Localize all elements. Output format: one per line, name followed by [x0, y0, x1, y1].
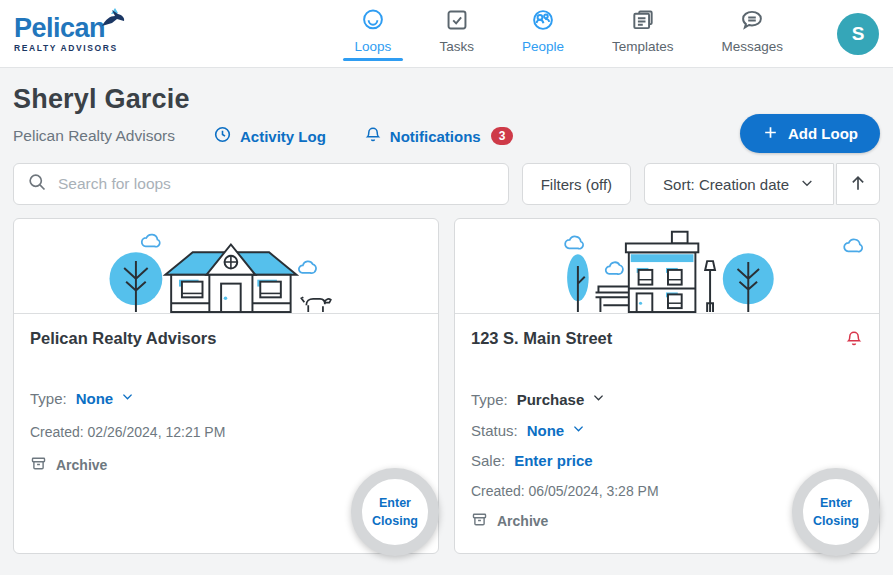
nav-label: Tasks: [439, 39, 474, 54]
nav-tab-tasks[interactable]: Tasks: [439, 7, 474, 61]
page-header: Sheryl Garcie Pelican Realty Advisors Ac…: [13, 84, 880, 147]
search-icon: [27, 172, 47, 196]
type-label: Type:: [30, 390, 67, 407]
archive-icon: [471, 511, 488, 531]
street-building-illustration: [455, 219, 879, 314]
loop-card-pelican-realty[interactable]: Pelican Realty Advisors Type: None Creat…: [13, 218, 439, 554]
nav-tab-templates[interactable]: Templates: [612, 7, 674, 61]
type-label: Type:: [471, 391, 508, 408]
company-subtitle: Pelican Realty Advisors: [13, 127, 175, 145]
enter-closing-button[interactable]: Enter Closing: [351, 468, 439, 556]
bell-icon: [364, 125, 382, 147]
notifications-count-badge: 3: [491, 127, 514, 145]
tasks-icon: [444, 7, 470, 36]
loops-toolbar: Filters (off) Sort: Creation date: [13, 163, 880, 205]
chevron-down-icon: [591, 390, 606, 408]
created-date: Created: 02/26/2024, 12:21 PM: [30, 424, 422, 440]
status-label: Status:: [471, 422, 518, 439]
chevron-down-icon: [120, 389, 135, 407]
user-avatar[interactable]: S: [837, 13, 879, 55]
top-navigation: Pelican REALTY ADVISORS Loops Task: [0, 0, 893, 68]
arrow-up-icon: [848, 173, 868, 196]
chevron-down-icon: [571, 421, 586, 439]
sort-button[interactable]: Sort: Creation date: [644, 163, 834, 205]
search-input[interactable]: [58, 175, 495, 193]
type-value-dropdown[interactable]: Purchase: [517, 390, 607, 408]
brand-wordmark: Pelican: [14, 15, 164, 42]
enter-closing-button[interactable]: Enter Closing: [792, 468, 880, 556]
nav-label: Messages: [721, 39, 783, 54]
loop-card-main-street[interactable]: 123 S. Main Street Type: Purchase: [454, 218, 880, 554]
type-value-dropdown[interactable]: None: [76, 389, 136, 407]
status-value-dropdown[interactable]: None: [527, 421, 587, 439]
filters-button[interactable]: Filters (off): [522, 163, 631, 205]
sort-controls: Sort: Creation date: [644, 163, 880, 205]
archive-icon: [30, 455, 47, 475]
nav-tab-loops[interactable]: Loops: [355, 7, 392, 61]
main-content: Sheryl Garcie Pelican Realty Advisors Ac…: [0, 84, 893, 554]
activity-log-link[interactable]: Activity Log: [213, 125, 326, 147]
nav-label: Loops: [355, 39, 392, 54]
nav-tab-messages[interactable]: Messages: [721, 7, 783, 61]
pelican-bird-icon: [100, 6, 126, 31]
nav-label: Templates: [612, 39, 674, 54]
page-title: Sheryl Garcie: [13, 84, 880, 115]
loop-icon: [360, 7, 386, 36]
notifications-link[interactable]: Notifications 3: [364, 125, 514, 147]
archive-button[interactable]: Archive: [471, 511, 548, 531]
house-illustration: [14, 219, 438, 314]
sort-direction-button[interactable]: [836, 163, 880, 205]
messages-icon: [739, 7, 765, 36]
plus-icon: [762, 124, 779, 144]
chevron-down-icon: [799, 175, 815, 194]
nav-label: People: [522, 39, 564, 54]
sale-label: Sale:: [471, 452, 505, 469]
clock-icon: [213, 125, 232, 147]
loop-title[interactable]: Pelican Realty Advisors: [30, 329, 216, 348]
brand-tagline: REALTY ADVISORS: [14, 44, 164, 53]
nav-tab-people[interactable]: People: [522, 7, 564, 61]
add-loop-button[interactable]: Add Loop: [740, 114, 880, 153]
sale-price-link[interactable]: Enter price: [514, 452, 592, 469]
archive-button[interactable]: Archive: [30, 455, 107, 475]
primary-nav: Loops Tasks People: [355, 7, 783, 61]
loop-title[interactable]: 123 S. Main Street: [471, 329, 612, 348]
brand-logo[interactable]: Pelican REALTY ADVISORS: [14, 15, 164, 53]
search-box[interactable]: [13, 163, 509, 205]
loop-cards: Pelican Realty Advisors Type: None Creat…: [13, 218, 880, 554]
alert-bell-icon[interactable]: [845, 329, 863, 352]
templates-icon: [630, 7, 656, 36]
people-icon: [530, 7, 556, 36]
